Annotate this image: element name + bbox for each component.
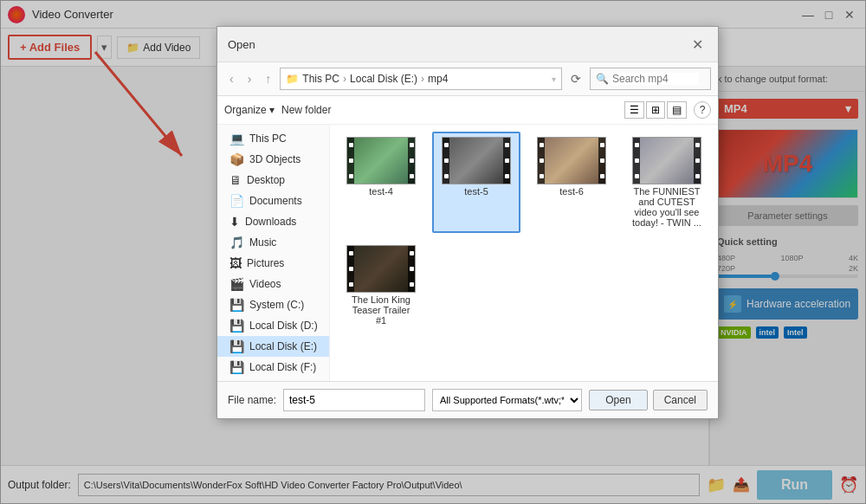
dialog-nav: ‹ › ↑ 📁 This PC › Local Disk (E:) › mp4 … xyxy=(217,62,718,96)
app-window: Video Converter — □ ✕ + Add Files ▾ 📁 Ad… xyxy=(0,0,866,504)
thumb-test4 xyxy=(346,137,416,184)
dialog-overlay: Open ✕ ‹ › ↑ 📁 This PC › Local Disk (E:)… xyxy=(0,0,866,504)
videos-icon: 🎬 xyxy=(229,277,244,291)
systemc-icon: 💾 xyxy=(229,298,244,312)
locald-icon: 💾 xyxy=(229,319,244,333)
breadcrumb-mp4[interactable]: mp4 xyxy=(428,73,448,85)
file-item-test6[interactable]: test-6 xyxy=(527,132,616,233)
dialog-body: 💻 This PC 📦 3D Objects 🖥 Desktop 📄 Docum… xyxy=(217,125,718,381)
breadcrumb-folder-icon: 📁 xyxy=(286,73,299,85)
filetype-select[interactable]: All Supported Formats(*.wtv;*.c xyxy=(432,389,582,411)
documents-icon: 📄 xyxy=(229,194,244,208)
downloads-icon: ⬇ xyxy=(229,215,240,229)
dialog-title: Open xyxy=(228,38,255,51)
filename-label: File name: xyxy=(228,394,276,406)
help-button[interactable]: ? xyxy=(694,101,711,119)
sidebar-item-localf[interactable]: 💾 Local Disk (F:) xyxy=(217,357,329,378)
nav-forward-button[interactable]: › xyxy=(242,70,257,87)
dialog-title-bar: Open ✕ xyxy=(217,27,718,62)
file-label-test4: test-4 xyxy=(369,186,393,197)
file-label-lion: The Lion King Teaser Trailer #1 xyxy=(346,294,416,326)
file-item-test4[interactable]: test-4 xyxy=(337,132,425,233)
thispc-icon: 💻 xyxy=(229,132,244,145)
sidebar-item-documents[interactable]: 📄 Documents xyxy=(217,191,329,211)
view-detail-button[interactable]: ▤ xyxy=(667,101,687,119)
file-item-twin[interactable]: The FUNNIEST and CUTEST video you'll see… xyxy=(623,132,711,233)
file-label-test6: test-6 xyxy=(559,186,584,197)
sidebar-item-thispc[interactable]: 💻 This PC xyxy=(217,128,329,149)
refresh-button[interactable]: ⟳ xyxy=(565,70,586,87)
open-dialog: Open ✕ ‹ › ↑ 📁 This PC › Local Disk (E:)… xyxy=(216,26,719,419)
thumb-test6 xyxy=(537,137,606,184)
3dobjects-icon: 📦 xyxy=(229,152,244,166)
sidebar-item-locald[interactable]: 💾 Local Disk (D:) xyxy=(217,315,329,336)
file-label-test5: test-5 xyxy=(464,186,488,197)
localf-icon: 💾 xyxy=(229,360,244,374)
breadcrumb-bar: 📁 This PC › Local Disk (E:) › mp4 ▾ xyxy=(280,68,562,90)
breadcrumb-thispc[interactable]: This PC xyxy=(302,73,339,85)
dialog-footer: File name: All Supported Formats(*.wtv;*… xyxy=(217,381,718,418)
sidebar-item-3dobjects[interactable]: 📦 3D Objects xyxy=(217,149,329,170)
search-input[interactable] xyxy=(612,73,699,85)
file-item-test5[interactable]: test-5 xyxy=(432,132,520,233)
organize-button[interactable]: Organize ▾ xyxy=(224,104,275,116)
dialog-toolbar: Organize ▾ New folder ☰ ⊞ ▤ ? xyxy=(217,96,718,125)
pictures-icon: 🖼 xyxy=(229,256,242,270)
file-item-lion[interactable]: The Lion King Teaser Trailer #1 xyxy=(337,240,425,331)
dialog-buttons: Open Cancel xyxy=(589,390,708,410)
sidebar-item-systemc[interactable]: 💾 System (C:) xyxy=(217,294,329,315)
thumb-twin xyxy=(632,137,701,184)
dialog-close-button[interactable]: ✕ xyxy=(687,34,708,55)
open-button[interactable]: Open xyxy=(589,390,647,410)
nav-back-button[interactable]: ‹ xyxy=(224,70,239,87)
view-list-button[interactable]: ☰ xyxy=(624,101,644,119)
desktop-icon: 🖥 xyxy=(229,173,242,187)
sidebar-item-downloads[interactable]: ⬇ Downloads xyxy=(217,211,329,232)
sidebar-item-locale[interactable]: 💾 Local Disk (E:) xyxy=(217,336,329,357)
file-label-twin: The FUNNIEST and CUTEST video you'll see… xyxy=(632,186,701,228)
sidebar-item-videos[interactable]: 🎬 Videos xyxy=(217,274,329,294)
filename-input[interactable] xyxy=(283,389,425,411)
cancel-button[interactable]: Cancel xyxy=(653,390,708,410)
file-grid: test-4 xyxy=(330,125,718,381)
search-icon: 🔍 xyxy=(596,73,609,85)
sidebar-item-desktop[interactable]: 🖥 Desktop xyxy=(217,170,329,191)
sidebar-item-music[interactable]: 🎵 Music xyxy=(217,232,329,253)
music-icon: 🎵 xyxy=(229,236,244,249)
breadcrumb-localdisk[interactable]: Local Disk (E:) xyxy=(350,73,417,85)
nav-up-button[interactable]: ↑ xyxy=(260,70,276,87)
breadcrumb-expand[interactable]: ▾ xyxy=(552,74,556,84)
thumb-test5 xyxy=(442,137,511,184)
view-buttons: ☰ ⊞ ▤ xyxy=(624,101,687,119)
view-grid-button[interactable]: ⊞ xyxy=(646,101,665,119)
search-box: 🔍 xyxy=(590,68,711,90)
sidebar-item-pictures[interactable]: 🖼 Pictures xyxy=(217,253,329,274)
locale-icon: 💾 xyxy=(229,339,244,353)
new-folder-button[interactable]: New folder xyxy=(281,104,331,116)
dialog-sidebar: 💻 This PC 📦 3D Objects 🖥 Desktop 📄 Docum… xyxy=(217,125,330,381)
thumb-lion xyxy=(346,245,416,293)
